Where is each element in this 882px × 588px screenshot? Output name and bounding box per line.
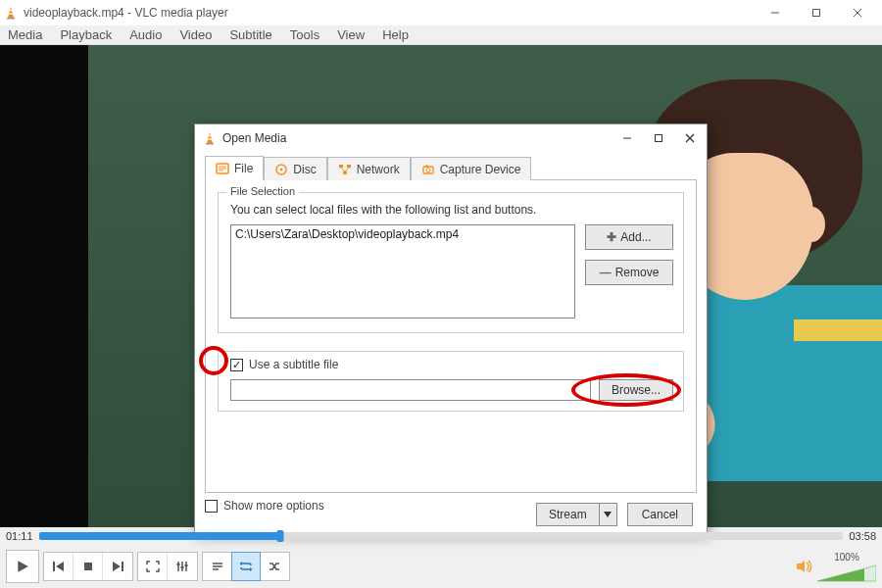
remove-button[interactable]: — Remove bbox=[585, 260, 673, 285]
svg-rect-24 bbox=[343, 172, 347, 174]
add-button-label: Add... bbox=[620, 230, 651, 244]
browse-button[interactable]: Browse... bbox=[599, 379, 673, 401]
use-subtitle-checkbox[interactable] bbox=[230, 359, 243, 371]
seek-knob[interactable] bbox=[276, 530, 283, 542]
disc-icon bbox=[274, 164, 288, 175]
window-controls bbox=[755, 1, 878, 24]
menu-view[interactable]: View bbox=[337, 27, 365, 42]
subtitle-path-input[interactable] bbox=[230, 379, 591, 401]
playlist-button[interactable] bbox=[203, 553, 232, 580]
tab-disc-label: Disc bbox=[293, 163, 316, 176]
remove-button-label: Remove bbox=[615, 266, 660, 279]
stream-button-label: Stream bbox=[549, 508, 587, 521]
svg-marker-46 bbox=[240, 562, 243, 565]
fullscreen-button[interactable] bbox=[138, 553, 168, 580]
volume-label: 100% bbox=[834, 552, 859, 563]
play-button[interactable] bbox=[6, 550, 39, 583]
tab-capture-label: Capture Device bbox=[440, 163, 521, 176]
play-icon bbox=[16, 560, 29, 573]
tab-strip: File Disc Network Capture Device bbox=[195, 152, 707, 179]
svg-rect-1 bbox=[7, 18, 15, 20]
file-list[interactable]: C:\Users\Zara\Desktop\videoplayback.mp4 bbox=[230, 224, 575, 318]
file-list-item[interactable]: C:\Users\Zara\Desktop\videoplayback.mp4 bbox=[235, 227, 570, 241]
cancel-button-label: Cancel bbox=[642, 508, 678, 521]
menu-playback[interactable]: Playback bbox=[60, 27, 112, 42]
show-more-checkbox[interactable] bbox=[205, 500, 218, 513]
shuffle-button[interactable] bbox=[260, 553, 289, 580]
file-selection-hint: You can select local files with the foll… bbox=[230, 203, 673, 217]
dialog-close-button[interactable] bbox=[681, 129, 699, 147]
menu-audio[interactable]: Audio bbox=[129, 27, 162, 42]
window-title: videoplayback.mp4 - VLC media player bbox=[24, 6, 228, 20]
svg-rect-2 bbox=[9, 10, 12, 11]
add-button[interactable]: ✚ Add... bbox=[585, 224, 673, 250]
file-selection-legend: File Selection bbox=[226, 185, 299, 197]
subtitle-group: Use a subtitle file Browse... bbox=[218, 351, 684, 412]
extended-settings-button[interactable] bbox=[168, 553, 197, 580]
svg-rect-23 bbox=[347, 165, 351, 168]
tab-disc[interactable]: Disc bbox=[264, 157, 326, 180]
dialog-title-bar[interactable]: Open Media bbox=[195, 124, 707, 152]
chevron-down-icon bbox=[604, 512, 612, 517]
title-bar: videoplayback.mp4 - VLC media player bbox=[0, 0, 882, 25]
controls-bar: 100% bbox=[0, 545, 882, 588]
loop-button[interactable] bbox=[231, 552, 261, 581]
svg-line-26 bbox=[345, 168, 349, 172]
dialog-bottom-buttons: Stream Cancel bbox=[536, 503, 693, 526]
svg-point-29 bbox=[426, 169, 430, 172]
stream-button[interactable]: Stream bbox=[536, 503, 600, 526]
menu-bar: Media Playback Audio Video Subtitle Tool… bbox=[0, 25, 882, 45]
stop-button[interactable] bbox=[74, 553, 103, 580]
dialog-minimize-button[interactable] bbox=[618, 129, 636, 147]
stream-split-button: Stream bbox=[536, 503, 617, 526]
svg-marker-33 bbox=[56, 562, 64, 571]
minus-icon: — bbox=[600, 266, 612, 279]
elapsed-time[interactable]: 01:11 bbox=[6, 530, 33, 542]
capture-icon bbox=[421, 164, 435, 175]
cancel-button[interactable]: Cancel bbox=[627, 503, 693, 526]
svg-marker-31 bbox=[18, 561, 27, 572]
tab-network[interactable]: Network bbox=[327, 157, 411, 180]
open-media-dialog: Open Media File Disc Network Ca bbox=[194, 123, 708, 535]
svg-rect-10 bbox=[208, 135, 211, 136]
file-icon bbox=[216, 163, 229, 174]
tab-file-label: File bbox=[234, 162, 253, 175]
plus-icon: ✚ bbox=[607, 230, 616, 244]
dialog-maximize-button[interactable] bbox=[650, 129, 667, 147]
fullscreen-icon bbox=[146, 561, 160, 572]
svg-marker-35 bbox=[113, 562, 121, 571]
prev-button[interactable] bbox=[44, 553, 74, 580]
browse-button-label: Browse... bbox=[612, 383, 661, 397]
svg-marker-8 bbox=[207, 132, 213, 143]
video-area[interactable]: Open Media File Disc Network Ca bbox=[0, 45, 882, 527]
maximize-button[interactable] bbox=[796, 1, 837, 24]
vlc-cone-icon bbox=[4, 6, 18, 20]
playlist-group bbox=[202, 552, 290, 581]
minimize-button[interactable] bbox=[755, 1, 796, 24]
menu-help[interactable]: Help bbox=[382, 27, 409, 42]
stream-dropdown-button[interactable] bbox=[600, 503, 617, 526]
close-button[interactable] bbox=[837, 1, 878, 24]
seek-slider[interactable] bbox=[39, 532, 844, 540]
menu-subtitle[interactable]: Subtitle bbox=[229, 27, 271, 42]
svg-rect-3 bbox=[9, 14, 14, 15]
loop-icon bbox=[239, 561, 253, 572]
menu-tools[interactable]: Tools bbox=[290, 27, 319, 42]
tab-capture[interactable]: Capture Device bbox=[411, 157, 532, 180]
volume-slider[interactable] bbox=[817, 564, 876, 582]
network-icon bbox=[338, 164, 352, 175]
skip-previous-icon bbox=[52, 561, 66, 572]
use-subtitle-label: Use a subtitle file bbox=[249, 358, 338, 371]
vlc-cone-icon bbox=[203, 131, 217, 145]
menu-media[interactable]: Media bbox=[8, 27, 42, 42]
stop-icon bbox=[82, 561, 94, 572]
svg-rect-40 bbox=[177, 564, 180, 565]
next-button[interactable] bbox=[103, 553, 132, 580]
tab-file[interactable]: File bbox=[205, 156, 264, 180]
svg-marker-47 bbox=[250, 567, 253, 571]
svg-marker-30 bbox=[604, 512, 612, 517]
total-time[interactable]: 03:58 bbox=[849, 530, 876, 542]
menu-video[interactable]: Video bbox=[179, 27, 212, 42]
dialog-title-text: Open Media bbox=[222, 131, 286, 145]
speaker-icon[interactable] bbox=[796, 559, 813, 574]
